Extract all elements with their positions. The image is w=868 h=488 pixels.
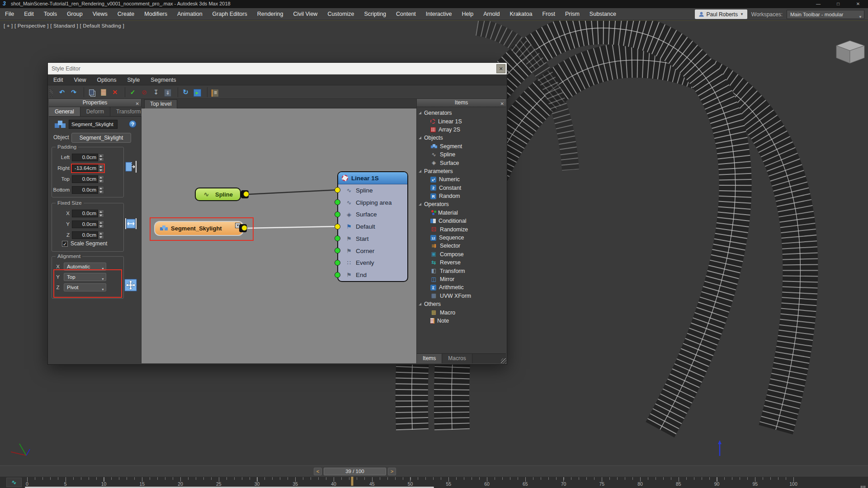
tree-row[interactable]: Parameters <box>417 167 506 175</box>
tree-row[interactable]: Operators <box>417 200 506 208</box>
generator-input-row[interactable]: Corner <box>338 245 407 257</box>
input-port[interactable] <box>335 272 340 278</box>
properties-header[interactable]: Properties ✕ <box>49 99 141 107</box>
object-picker-button[interactable]: Segment_Skylight <box>71 133 131 143</box>
spinner[interactable] <box>98 186 104 194</box>
next-frame-button[interactable]: > <box>388 468 396 475</box>
maximize-button[interactable]: □ <box>828 0 848 8</box>
segment-output-port[interactable] <box>241 225 247 231</box>
tree-row[interactable]: Material <box>417 209 506 217</box>
tree-row[interactable]: Reverse <box>417 258 506 267</box>
menu-item[interactable]: Animation <box>172 8 208 20</box>
padding-value-field[interactable]: 0.0cm <box>72 186 98 194</box>
spinner[interactable] <box>98 154 104 161</box>
generator-input-row[interactable]: Spline <box>338 184 407 196</box>
menu-item[interactable]: Civil View <box>288 8 322 20</box>
tree-row[interactable]: Array 2S <box>417 126 506 134</box>
current-frame-marker[interactable] <box>351 477 354 486</box>
tree-row[interactable]: Generators <box>417 109 506 117</box>
input-port[interactable] <box>335 224 340 230</box>
refresh-icon[interactable] <box>178 87 190 97</box>
menu-item[interactable]: Help <box>457 8 479 20</box>
segment-name-input[interactable]: Segment_Skylight <box>69 120 118 129</box>
undo-icon[interactable] <box>57 87 67 97</box>
tree-row[interactable]: Selector <box>417 242 506 250</box>
tree-row[interactable]: Sequence <box>417 234 506 242</box>
export-icon[interactable] <box>192 87 202 97</box>
no-build-icon[interactable] <box>139 87 149 97</box>
minimize-button[interactable]: — <box>808 0 828 8</box>
collapse-triangle-icon[interactable] <box>419 136 421 139</box>
collapse-triangle-icon[interactable] <box>419 170 421 173</box>
menu-item[interactable]: Views <box>88 8 113 20</box>
input-port[interactable] <box>335 187 340 193</box>
generator-input-row[interactable]: Clipping area <box>338 197 407 208</box>
tree-row[interactable]: Surface <box>417 159 506 167</box>
menu-item[interactable]: Scripting <box>359 8 391 20</box>
tree-row[interactable]: Note <box>417 317 506 325</box>
menu-item[interactable]: Interactive <box>421 8 457 20</box>
menu-item[interactable]: Create <box>113 8 140 20</box>
generator-input-row[interactable]: End <box>338 269 407 281</box>
fixed-size-value-field[interactable]: 0.0cm <box>72 221 98 228</box>
menu-item[interactable]: Content <box>391 8 421 20</box>
workspace-select[interactable]: Main Toolbar - modular ▼ <box>787 10 864 19</box>
generator-input-row[interactable]: Start <box>338 233 407 244</box>
tree-row[interactable]: UVW XForm <box>417 292 506 300</box>
fixed-size-value-field[interactable]: 0.0cm <box>72 231 98 239</box>
help-icon[interactable]: ? <box>129 120 137 128</box>
collapse-triangle-icon[interactable] <box>419 203 421 206</box>
spinner[interactable] <box>98 231 104 239</box>
menu-item[interactable]: Edit <box>19 8 39 20</box>
tree-row[interactable]: Spline <box>417 150 506 159</box>
tree-row[interactable]: Random <box>417 192 506 200</box>
menu-item[interactable]: Group <box>62 8 88 20</box>
menu-item[interactable]: Rendering <box>252 8 288 20</box>
menu-item[interactable]: Substance <box>585 8 621 20</box>
close-button[interactable]: ✕ <box>848 0 868 8</box>
alignment-dropdown[interactable]: Top ▼ <box>64 273 106 281</box>
menu-item[interactable]: Krakatoa <box>505 8 537 20</box>
mini-curve-editor-button[interactable]: ∿ <box>6 478 22 487</box>
tab-items[interactable]: Items <box>417 354 442 363</box>
user-account-button[interactable]: Paul Roberts ▼ <box>695 9 747 19</box>
node-graph-canvas[interactable]: Top level ∿ Spline <box>142 99 416 363</box>
tree-row[interactable]: Macro <box>417 308 506 316</box>
notes-icon[interactable] <box>207 87 220 97</box>
collapse-triangle-icon[interactable] <box>419 303 421 305</box>
top-level-tab[interactable]: Top level <box>144 99 177 108</box>
input-port[interactable] <box>335 248 340 253</box>
input-port[interactable] <box>335 260 340 266</box>
spinner[interactable] <box>98 210 104 217</box>
padding-value-field[interactable]: -13.64cm <box>72 164 98 172</box>
copy-icon[interactable] <box>84 87 96 97</box>
toolbar-grip[interactable] <box>50 87 53 97</box>
tree-row[interactable]: Numeric <box>417 175 506 183</box>
current-frame-display[interactable]: 39 / 100 <box>324 468 386 475</box>
paste-icon[interactable] <box>98 87 108 97</box>
spline-output-port[interactable] <box>243 191 249 197</box>
tree-row[interactable]: Objects <box>417 134 506 142</box>
padding-value-field[interactable]: 0.0cm <box>72 175 98 183</box>
menu-item[interactable]: Prism <box>560 8 585 20</box>
alignment-dropdown[interactable]: Pivot ▼ <box>64 283 106 291</box>
import-top-icon[interactable] <box>151 87 161 97</box>
viewport-label[interactable]: [ + ] [ Perspective ] [ Standard ] [ Def… <box>4 23 124 28</box>
tree-row[interactable]: Segment <box>417 142 506 150</box>
tree-row[interactable]: Arithmetic <box>417 283 506 291</box>
previous-frame-button[interactable]: < <box>314 468 322 475</box>
tree-row[interactable]: Others <box>417 300 506 308</box>
padding-value-field[interactable]: 0.0cm <box>72 154 98 161</box>
spinner[interactable] <box>98 221 104 228</box>
items-close-icon[interactable]: ✕ <box>500 100 504 108</box>
spline-node[interactable]: ∿ Spline <box>195 188 241 201</box>
tree-row[interactable]: Transform <box>417 267 506 275</box>
segment-node[interactable]: Segment_Skylight ✕ <box>154 221 244 236</box>
tree-row[interactable]: Randomize <box>417 225 506 233</box>
linear-1s-generator-node[interactable]: Linear 1S Spline <box>337 171 408 282</box>
editor-menu-item[interactable]: Style <box>122 75 146 85</box>
alignment-dropdown[interactable]: Automatic ▼ <box>64 263 106 271</box>
fixed-size-value-field[interactable]: 0.0cm <box>72 210 98 217</box>
menu-item[interactable]: File <box>0 8 19 20</box>
input-port[interactable] <box>335 199 340 205</box>
